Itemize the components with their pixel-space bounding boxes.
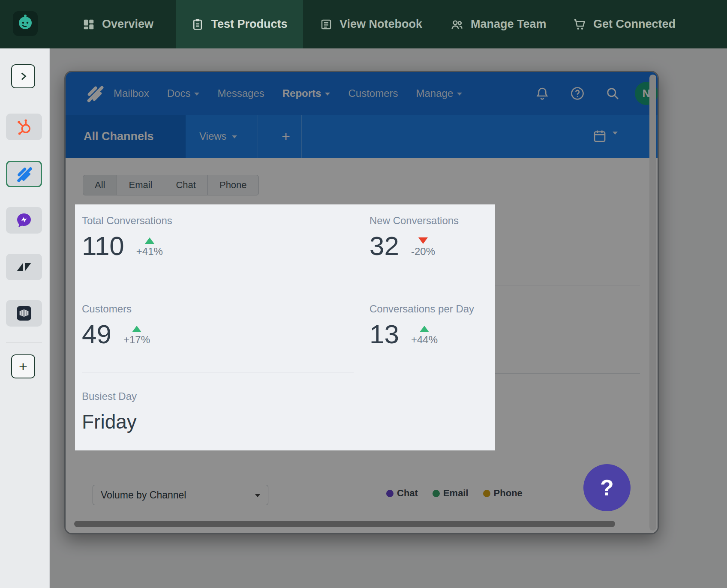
metric-label: Conversations per Day (370, 303, 494, 315)
top-navigation-bar: Overview Test Products View Notebook (0, 0, 727, 48)
metric-conversations-per-day: Conversations per Day 13 +44% (370, 303, 494, 348)
metric-delta: +17% (123, 326, 150, 346)
nav-item-test-products[interactable]: Test Products (176, 0, 303, 48)
sidebar-divider (6, 342, 42, 342)
metric-value: 110 (82, 233, 124, 259)
sidebar-expand-button[interactable] (11, 64, 35, 88)
metric-total-conversations: Total Conversations 110 +41% (82, 215, 356, 259)
integration-tile-purple-chat[interactable] (6, 207, 42, 234)
integrations-sidebar: + (0, 48, 50, 588)
metric-delta: -20% (411, 237, 435, 258)
nav-label: Manage Team (471, 18, 547, 31)
plus-icon: + (19, 359, 27, 374)
metric-new-conversations: New Conversations 32 -20% (370, 215, 494, 259)
notebook-icon (320, 18, 333, 31)
trend-arrow-icon (145, 237, 154, 244)
metric-divider (82, 284, 354, 284)
metric-busiest-day: Busiest Day Friday (82, 390, 356, 433)
clipboard-icon (191, 18, 204, 31)
nav-label: Overview (102, 18, 153, 31)
metric-label: Customers (82, 303, 356, 315)
integration-tile-zendesk[interactable] (6, 254, 42, 280)
metric-label: New Conversations (370, 215, 494, 227)
metric-divider (370, 284, 495, 284)
main-region: Mailbox Docs Messages Reports Customer (50, 48, 727, 588)
trend-arrow-icon (420, 326, 429, 332)
metric-delta: +41% (136, 237, 163, 258)
metric-value: 13 (370, 321, 399, 348)
metric-value: 32 (370, 233, 399, 259)
metric-delta: +44% (411, 326, 438, 346)
nav-item-manage-team[interactable]: Manage Team (440, 0, 557, 48)
metric-divider (82, 372, 354, 372)
metric-value: Friday (82, 410, 356, 433)
nav-label: Get Connected (593, 18, 676, 31)
metric-label: Total Conversations (82, 215, 356, 227)
hubspot-icon (15, 118, 33, 136)
chevron-right-icon (18, 71, 29, 82)
integration-tile-hubspot[interactable] (6, 114, 42, 140)
grid-icon (82, 18, 95, 31)
nav-label: View Notebook (339, 18, 422, 31)
nav-label: Test Products (211, 18, 287, 31)
trend-arrow-icon (418, 237, 428, 244)
metric-customers: Customers 49 +17% (82, 303, 356, 348)
nav-item-overview[interactable]: Overview (72, 0, 164, 48)
intercom-icon (15, 305, 33, 322)
purple-chat-icon (15, 212, 33, 229)
metric-value: 49 (82, 321, 111, 348)
helpscout-icon (15, 165, 33, 183)
cart-icon (573, 18, 586, 31)
zendesk-icon (15, 258, 33, 276)
integration-tile-intercom[interactable] (6, 300, 42, 327)
trend-arrow-icon (132, 326, 141, 332)
tour-help-button[interactable]: ? (583, 464, 631, 511)
metrics-spotlight-panel: Total Conversations 110 +41% New Convers… (75, 204, 495, 450)
nav-item-get-connected[interactable]: Get Connected (562, 0, 686, 48)
page: Overview Test Products View Notebook (0, 0, 727, 588)
metric-label: Busiest Day (82, 390, 356, 402)
sidebar-add-integration-button[interactable]: + (11, 354, 35, 378)
team-icon (450, 18, 464, 31)
integration-tile-helpscout[interactable] (6, 161, 42, 187)
nav-item-view-notebook[interactable]: View Notebook (309, 0, 433, 48)
mascot-logo[interactable] (13, 11, 38, 36)
